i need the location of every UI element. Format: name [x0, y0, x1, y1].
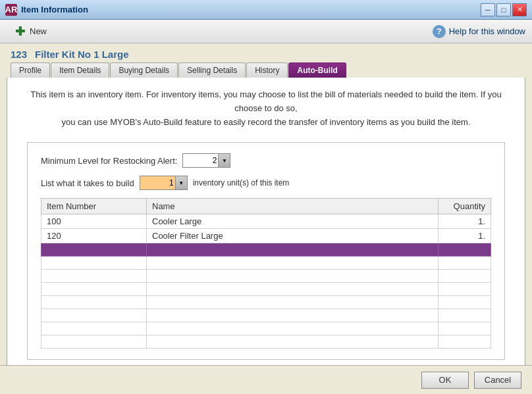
min-level-label: Minimum Level for Restocking Alert:	[41, 156, 177, 166]
new-label: New	[30, 26, 47, 36]
cell-item-number: 100	[41, 214, 147, 229]
cell-empty	[147, 309, 439, 322]
cell-empty	[439, 257, 491, 270]
list-build-dropdown-btn[interactable]: ▼	[176, 176, 188, 190]
min-level-dropdown-btn[interactable]: ▼	[219, 153, 230, 168]
cell-empty	[439, 296, 491, 309]
min-level-input[interactable]	[182, 153, 219, 168]
tab-auto-build[interactable]: Auto-Build	[288, 62, 346, 78]
list-build-row: List what it takes to build ▼ inventory …	[41, 176, 491, 190]
cell-empty	[41, 335, 147, 349]
app-icon: AR	[5, 4, 17, 16]
window-title: Item Information	[21, 5, 481, 14]
tab-item-details[interactable]: Item Details	[51, 62, 109, 78]
min-level-row: Minimum Level for Restocking Alert: ▼	[41, 153, 491, 168]
list-build-label: List what it takes to build	[41, 178, 134, 188]
cell-quantity: 1.	[439, 229, 491, 243]
cell-empty	[439, 243, 491, 257]
tab-bar: Profile Item Details Buying Details Sell…	[0, 62, 532, 78]
tab-buying-details[interactable]: Buying Details	[110, 62, 178, 78]
cell-empty	[41, 296, 147, 309]
bottom-bar: OK Cancel	[0, 365, 532, 394]
cell-name: Cooler Large	[147, 214, 439, 229]
list-build-input[interactable]	[140, 176, 176, 190]
cell-empty	[41, 283, 147, 296]
table-row-empty[interactable]	[41, 283, 491, 296]
form-section: Minimum Level for Restocking Alert: ▼ Li…	[27, 142, 505, 360]
cell-empty	[439, 283, 491, 296]
table-row-selected-empty[interactable]	[41, 243, 491, 257]
bom-table: Item Number Name Quantity 100 Cooler Lar…	[41, 198, 491, 349]
cell-empty	[41, 322, 147, 335]
cancel-button[interactable]: Cancel	[474, 372, 521, 389]
table-row-empty[interactable]	[41, 309, 491, 322]
maximize-button[interactable]: □	[496, 3, 511, 16]
help-label: Help for this window	[449, 26, 525, 36]
cell-item-number: 120	[41, 229, 147, 243]
suffix-text: inventory unit(s) of this item	[193, 178, 290, 187]
cell-quantity: 1.	[439, 214, 491, 229]
minimize-button[interactable]: ─	[481, 3, 495, 16]
cell-empty	[41, 257, 147, 270]
cell-empty	[41, 243, 147, 257]
description-text: This item is an inventory item. For inve…	[20, 88, 512, 129]
cell-empty	[41, 270, 147, 283]
cell-empty	[147, 270, 439, 283]
cell-name: Cooler Filter Large	[147, 229, 439, 243]
cell-empty	[147, 296, 439, 309]
cell-empty	[439, 322, 491, 335]
cell-empty	[439, 270, 491, 283]
table-row[interactable]: 100 Cooler Large 1.	[41, 214, 491, 229]
cell-empty	[41, 309, 147, 322]
cell-empty	[147, 257, 439, 270]
cell-empty	[147, 283, 439, 296]
cell-empty	[147, 243, 439, 257]
cell-empty	[147, 335, 439, 349]
help-button[interactable]: ? Help for this window	[433, 25, 525, 38]
list-build-dropdown[interactable]: ▼	[140, 176, 188, 190]
cell-empty	[439, 335, 491, 349]
cell-empty	[439, 309, 491, 322]
table-row-empty[interactable]	[41, 270, 491, 283]
help-icon: ?	[433, 25, 446, 38]
table-row-empty[interactable]	[41, 296, 491, 309]
col-quantity: Quantity	[439, 199, 491, 214]
tab-history[interactable]: History	[246, 62, 288, 78]
plus-icon: ✚	[13, 25, 26, 38]
col-name: Name	[147, 199, 439, 214]
table-row-empty[interactable]	[41, 335, 491, 349]
tab-selling-details[interactable]: Selling Details	[178, 62, 246, 78]
table-row-empty[interactable]	[41, 257, 491, 270]
col-item-number: Item Number	[41, 199, 147, 214]
item-name: Filter Kit No 1 Large	[35, 49, 129, 60]
cell-empty	[147, 322, 439, 335]
table-row-empty[interactable]	[41, 322, 491, 335]
close-button[interactable]: ✕	[512, 3, 527, 16]
new-button[interactable]: ✚ New	[7, 22, 53, 41]
ok-button[interactable]: OK	[421, 372, 469, 389]
min-level-dropdown[interactable]: ▼	[182, 153, 230, 168]
table-row[interactable]: 120 Cooler Filter Large 1.	[41, 229, 491, 243]
tab-profile[interactable]: Profile	[11, 62, 50, 78]
item-number: 123	[11, 49, 27, 60]
tab-content-area: This item is an inventory item. For inve…	[7, 78, 525, 371]
